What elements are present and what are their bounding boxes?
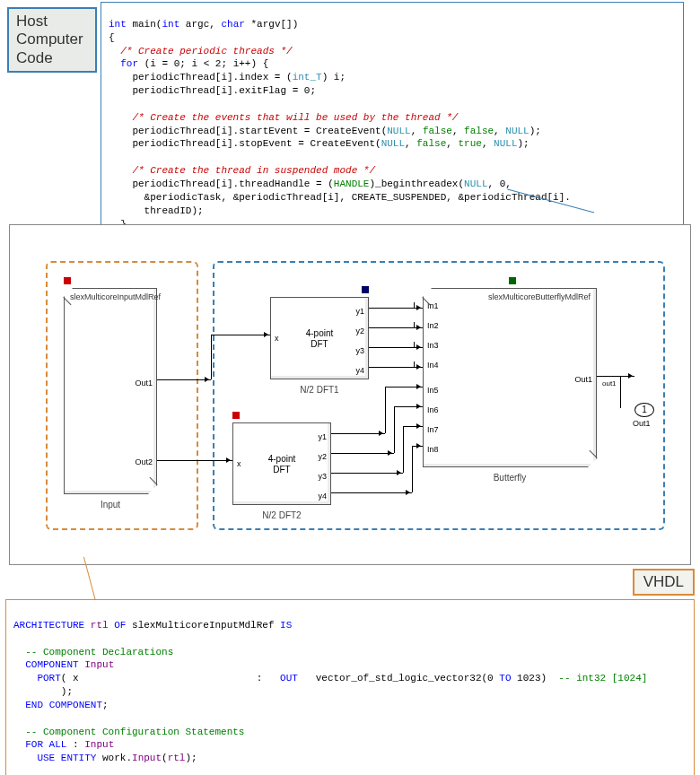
wire xyxy=(385,387,386,433)
vhdl-token: COMPONENT xyxy=(49,700,102,710)
vhdl-token: work. xyxy=(96,753,132,763)
wire xyxy=(369,327,423,328)
vhdl-token: ( xyxy=(162,753,168,763)
wire xyxy=(369,308,423,309)
wire xyxy=(403,426,404,473)
c-token: NULL xyxy=(381,138,405,149)
vhdl-token: ; xyxy=(102,700,109,710)
wire xyxy=(157,460,232,461)
c-token: for xyxy=(120,58,138,69)
c-token: , xyxy=(405,138,416,149)
vhdl-comment: -- Component Configuration Statements xyxy=(25,727,244,737)
c-token: , 0, xyxy=(487,179,511,189)
block-title: slexMulticoreButterflyMdlRef xyxy=(488,292,591,301)
wire xyxy=(414,342,415,347)
port-label: Out2 xyxy=(135,457,153,466)
port-label: y1 xyxy=(355,307,364,316)
port-label: Out1 xyxy=(574,375,592,384)
flag-icon xyxy=(362,286,369,293)
vhdl-line: ); xyxy=(13,686,73,697)
vhdl-comment: -- int32 [1024] xyxy=(558,673,647,684)
vhdl-token: 1023) xyxy=(512,673,559,684)
wire xyxy=(414,361,415,367)
c-line: threadID); xyxy=(144,205,204,216)
port-label: In5 xyxy=(427,386,439,395)
dft2-block[interactable]: x y1 y2 y3 y4 4-point DFT N/2 DFT2 xyxy=(232,422,331,505)
c-line: periodicThread[i].threadHandle = ( xyxy=(132,179,333,189)
c-token: , xyxy=(482,138,494,149)
host-computer-code-label: Host Computer Code xyxy=(7,7,97,73)
c-token: NULL xyxy=(505,126,529,136)
vhdl-token: USE ENTITY xyxy=(37,753,96,763)
wire xyxy=(211,335,270,335)
c-token: NULL xyxy=(494,138,517,149)
c-token: int xyxy=(109,19,127,30)
vhdl-token: ( x : xyxy=(61,673,280,684)
wire xyxy=(412,446,413,492)
simulink-diagram: slexMulticoreInputMdlRef Out1 Out2 Input… xyxy=(9,224,691,565)
c-token: true xyxy=(458,138,481,149)
flag-icon xyxy=(64,277,71,284)
wire xyxy=(385,387,423,388)
wire xyxy=(414,322,415,327)
wire xyxy=(414,302,415,308)
c-token: NULL xyxy=(464,179,487,189)
vhdl-token: IS xyxy=(280,620,292,631)
input-block[interactable]: slexMulticoreInputMdlRef Out1 Out2 Input xyxy=(64,288,157,494)
block-caption: Input xyxy=(65,500,156,509)
wire xyxy=(331,473,403,474)
vhdl-token: : xyxy=(66,739,84,750)
vhdl-token: ARCHITECTURE xyxy=(13,620,84,631)
block-center-text: 4-point DFT xyxy=(233,454,330,475)
block-center-text: 4-point DFT xyxy=(271,328,368,350)
c-token: , xyxy=(494,126,505,136)
wire xyxy=(412,446,423,447)
signal-label: out1 xyxy=(602,379,617,388)
c-token: main xyxy=(132,19,155,30)
butterfly-block[interactable]: slexMulticoreButterflyMdlRef In1 In2 In3… xyxy=(423,288,597,467)
port-label: In6 xyxy=(427,405,439,414)
wire xyxy=(620,376,621,408)
block-caption: N/2 DFT2 xyxy=(233,510,330,520)
c-comment: /* Create the thread in suspended mode *… xyxy=(132,165,375,176)
vhdl-token: END xyxy=(25,700,43,710)
block-title: slexMulticoreInputMdlRef xyxy=(70,292,161,301)
c-token: false xyxy=(423,126,452,136)
c-token: *argv[]) xyxy=(251,19,299,30)
dft1-block[interactable]: x y1 y2 y3 y4 4-point DFT N/2 DFT1 xyxy=(270,297,369,379)
block-caption: N/2 DFT1 xyxy=(271,385,368,395)
vhdl-token: PORT xyxy=(37,673,60,684)
port-label: In7 xyxy=(427,425,439,434)
c-line: periodicThread[i].stopEvent = CreateEven… xyxy=(132,138,381,149)
wire xyxy=(597,376,634,377)
c-token: ); xyxy=(518,138,529,149)
vhdl-token: Input xyxy=(84,739,114,750)
port-label: y4 xyxy=(355,366,364,375)
port-label: y4 xyxy=(318,492,327,501)
flag-icon xyxy=(232,412,240,419)
wire xyxy=(394,406,423,407)
wire xyxy=(331,453,394,454)
vhdl-token: rtl xyxy=(168,753,186,763)
wire xyxy=(331,492,412,493)
wire xyxy=(369,367,423,368)
c-line: periodicThread[i].startEvent = CreateEve… xyxy=(132,126,387,136)
c-token: (i = 0; i < 2; i++) { xyxy=(144,58,269,69)
outport[interactable]: 1 xyxy=(634,403,654,417)
vhdl-code-panel: ARCHITECTURE rtl OF slexMulticoreInputMd… xyxy=(5,599,695,775)
c-line: periodicThread[i].exitFlag = 0; xyxy=(132,85,316,96)
vhdl-token: TO xyxy=(499,673,511,684)
vhdl-comment: -- Component Declarations xyxy=(25,647,173,657)
block-caption: Butterfly xyxy=(424,473,596,483)
wire xyxy=(394,406,395,453)
c-comment: /* Create the events that will be used b… xyxy=(132,112,458,123)
port-label: In2 xyxy=(427,321,439,330)
c-token: NULL xyxy=(387,126,410,136)
vhdl-token: OUT xyxy=(280,673,298,684)
c-token: )_beginthreadex( xyxy=(369,179,464,189)
c-token: int xyxy=(162,19,179,30)
flag-icon xyxy=(509,277,516,284)
c-token: ) i; xyxy=(322,72,346,83)
port-label: In3 xyxy=(427,341,439,350)
c-token: argc, xyxy=(186,19,215,30)
